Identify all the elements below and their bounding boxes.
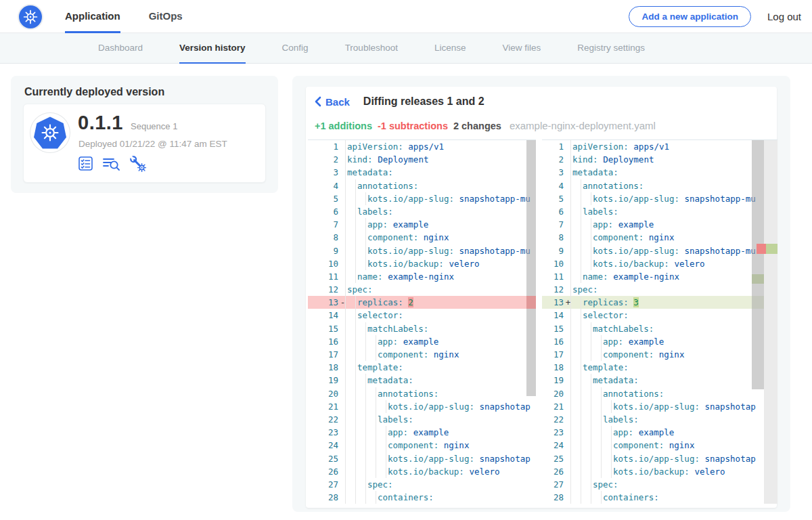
version-action-icons: [78, 155, 146, 172]
diff-stats: +1 additions -1 subtractions 2 changes e…: [315, 120, 656, 131]
diff-pane-original[interactable]: 1apiVersion: apps/v12kind: Deployment3me…: [308, 139, 536, 504]
logout-link[interactable]: Log out: [767, 11, 801, 22]
code-line: 28containers:: [308, 491, 536, 504]
app-subnav: DashboardVersion historyConfigTroublesho…: [0, 33, 812, 64]
diff-filename: example-nginx-deployment.yaml: [510, 120, 656, 131]
left-pane-scrollbar[interactable]: [526, 140, 536, 396]
code-line: 20annotations:: [542, 387, 777, 400]
code-line: 25kots.io/app-slug: snapshotap: [308, 452, 536, 465]
wrench-gear-icon[interactable]: [129, 155, 146, 172]
code-line: 5kots.io/app-slug: snapshotapp-mu: [308, 192, 536, 205]
checklist-icon[interactable]: [78, 156, 93, 171]
subnav-item-registry-settings[interactable]: Registry settings: [577, 33, 645, 64]
subtractions-count: -1 subtractions: [378, 121, 448, 131]
code-line: 26kots.io/backup: velero: [308, 465, 536, 478]
deployed-timestamp: Deployed 01/21/22 @ 11:47 am EST: [78, 139, 227, 149]
code-line: 7app: example: [308, 218, 536, 231]
version-number: 0.1.1: [78, 112, 123, 134]
code-line: 17component: nginx: [308, 348, 536, 361]
code-line: 3metadata:: [542, 166, 777, 179]
diff-panel: Back Diffing releases 1 and 2 +1 additio…: [292, 76, 790, 512]
code-line: 14selector:: [308, 309, 536, 322]
helm-wheel-icon: [22, 9, 39, 25]
code-line: 28containers:: [542, 491, 777, 504]
code-line: 4annotations:: [542, 179, 777, 192]
code-line: 26kots.io/backup: velero: [542, 465, 777, 478]
chevron-left-icon: [314, 96, 321, 107]
code-line: 15matchLabels:: [308, 322, 536, 335]
subnav-item-config[interactable]: Config: [282, 33, 309, 64]
code-line: 2kind: Deployment: [542, 153, 777, 166]
code-line: 8component: nginx: [542, 231, 777, 244]
subnav-item-dashboard[interactable]: Dashboard: [98, 33, 143, 64]
code-line: 21kots.io/app-slug: snapshotap: [308, 400, 536, 413]
diff-pane-modified[interactable]: 1apiVersion: apps/v12kind: Deployment3me…: [542, 139, 777, 504]
add-new-application-button[interactable]: Add a new application: [629, 6, 751, 27]
code-line: 11name: example-nginx: [308, 270, 536, 283]
topnav-tabs: Application GitOps: [65, 0, 183, 33]
code-line: 4annotations:: [308, 179, 536, 192]
code-line: 7app: example: [542, 218, 777, 231]
code-line: 13+replicas: 3: [542, 296, 777, 309]
currently-deployed-panel: Currently deployed version 0.1.1 Sequenc…: [11, 76, 278, 193]
code-line: 8component: nginx: [308, 231, 536, 244]
deployed-version-card: 0.1.1 Sequence 1 Deployed 01/21/22 @ 11:…: [23, 104, 266, 183]
subnav-items: DashboardVersion historyConfigTroublesho…: [98, 33, 812, 64]
subnav-item-view-files[interactable]: View files: [502, 33, 541, 64]
code-line: 22labels:: [308, 413, 536, 426]
diff-title: Diffing releases 1 and 2: [363, 95, 484, 108]
code-line: 13-replicas: 2: [308, 296, 536, 309]
code-line: 12spec:: [542, 283, 777, 296]
code-line: 16app: example: [542, 335, 777, 348]
tab-gitops[interactable]: GitOps: [149, 0, 183, 33]
code-line: 10kots.io/backup: velero: [542, 257, 777, 270]
scrollbar-change-marker: [752, 274, 764, 284]
code-line: 18template:: [308, 361, 536, 374]
ruler-addition-marker: [766, 244, 777, 254]
code-line: 1apiVersion: apps/v1: [308, 140, 536, 153]
code-line: 6labels:: [542, 205, 777, 218]
overview-ruler: [764, 140, 777, 504]
code-line: 5kots.io/app-slug: snapshotapp-mu: [542, 192, 777, 205]
back-button[interactable]: Back: [314, 96, 350, 108]
code-line: 19metadata:: [308, 374, 536, 387]
code-line: 22labels:: [542, 413, 777, 426]
kubernetes-logo-icon: [19, 5, 42, 28]
app-logo: [30, 113, 70, 152]
tab-application[interactable]: Application: [65, 0, 120, 33]
currently-deployed-title: Currently deployed version: [24, 86, 164, 98]
code-line: 27spec:: [308, 478, 536, 491]
code-line: 2kind: Deployment: [308, 153, 536, 166]
diff-editor: 1apiVersion: apps/v12kind: Deployment3me…: [307, 139, 775, 504]
code-line: 6labels:: [308, 205, 536, 218]
logs-search-icon[interactable]: [102, 156, 120, 171]
code-line: 24component: nginx: [308, 439, 536, 452]
code-line: 15matchLabels:: [542, 322, 777, 335]
code-line: 19metadata:: [542, 374, 777, 387]
additions-count: +1 additions: [315, 121, 372, 131]
code-line: 16app: example: [308, 335, 536, 348]
code-line: 23app: example: [308, 426, 536, 439]
code-line: 14selector:: [542, 309, 777, 322]
code-line: 24component: nginx: [542, 439, 777, 452]
kubernetes-heptagon-icon: [34, 116, 66, 149]
left-pane-diff-marker: [526, 296, 536, 309]
subnav-item-version-history[interactable]: Version history: [179, 33, 246, 64]
code-line: 3metadata:: [308, 166, 536, 179]
code-line: 20annotations:: [308, 387, 536, 400]
code-line: 12spec:: [308, 283, 536, 296]
right-pane-scrollbar[interactable]: [752, 140, 764, 389]
top-navbar: Application GitOps Add a new application…: [0, 0, 812, 33]
subnav-item-troubleshoot[interactable]: Troubleshoot: [345, 33, 398, 64]
code-line: 21kots.io/app-slug: snapshotap: [542, 400, 777, 413]
changes-count: 2 changes: [453, 121, 501, 131]
sequence-label: Sequence 1: [131, 121, 177, 131]
diff-card: Back Diffing releases 1 and 2 +1 additio…: [306, 87, 777, 508]
code-line: 27spec:: [542, 478, 777, 491]
code-line: 17component: nginx: [542, 348, 777, 361]
subnav-item-license[interactable]: License: [434, 33, 466, 64]
code-line: 11name: example-nginx: [542, 270, 777, 283]
code-line: 25kots.io/app-slug: snapshotap: [542, 452, 777, 465]
code-line: 10kots.io/backup: velero: [308, 257, 536, 270]
topnav-right: Add a new application Log out: [629, 0, 801, 33]
